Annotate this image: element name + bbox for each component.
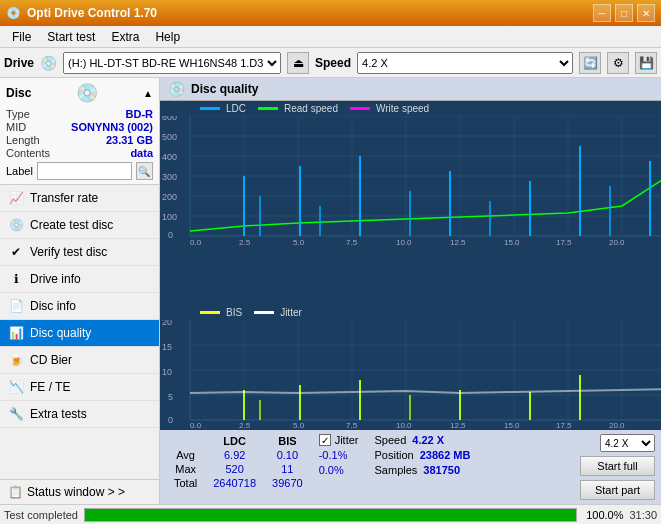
- svg-text:17.5: 17.5: [556, 421, 572, 430]
- svg-text:12.5: 12.5: [450, 238, 466, 246]
- svg-text:2.5: 2.5: [239, 238, 251, 246]
- disc-section-label: Disc: [6, 86, 31, 100]
- settings-button[interactable]: ⚙: [607, 52, 629, 74]
- status-window-icon: 📋: [8, 485, 23, 499]
- start-part-button[interactable]: Start part: [580, 480, 655, 500]
- bottom-legend: BIS Jitter: [160, 305, 661, 320]
- svg-text:0.0: 0.0: [190, 421, 202, 430]
- progress-track: [84, 508, 577, 522]
- menu-start-test[interactable]: Start test: [39, 28, 103, 46]
- disc-length-row: Length 23.31 GB: [6, 134, 153, 146]
- sidebar-item-fe-te[interactable]: 📉 FE / TE: [0, 374, 159, 401]
- start-full-button[interactable]: Start full: [580, 456, 655, 476]
- drive-icon: 💿: [40, 55, 57, 71]
- drive-label: Drive: [4, 56, 34, 70]
- bottom-chart-svg: 20 15 10 5 0 10% 8% 6% 4% 2% 0.0 2.5 5.0…: [160, 320, 661, 430]
- sidebar-item-transfer-rate[interactable]: 📈 Transfer rate: [0, 185, 159, 212]
- avg-label: Avg: [166, 448, 205, 462]
- svg-text:20.0: 20.0: [609, 238, 625, 246]
- svg-text:15: 15: [162, 342, 172, 352]
- sidebar-item-create-test-disc[interactable]: 💿 Create test disc: [0, 212, 159, 239]
- minimize-button[interactable]: ─: [593, 4, 611, 22]
- disc-info-toggle[interactable]: ▲: [143, 88, 153, 99]
- svg-text:15.0: 15.0: [504, 421, 520, 430]
- svg-text:0.0: 0.0: [190, 238, 202, 246]
- sidebar-item-disc-info[interactable]: 📄 Disc info: [0, 293, 159, 320]
- svg-text:10.0: 10.0: [396, 421, 412, 430]
- disc-label-input[interactable]: [37, 162, 132, 180]
- jitter-checkbox[interactable]: ✓: [319, 434, 331, 446]
- svg-text:100: 100: [162, 212, 177, 222]
- status-window-link[interactable]: 📋 Status window > >: [0, 479, 159, 504]
- svg-text:7.5: 7.5: [346, 421, 358, 430]
- svg-text:17.5: 17.5: [556, 238, 572, 246]
- svg-text:2.5: 2.5: [239, 421, 251, 430]
- legend-read-speed: Read speed: [258, 103, 338, 114]
- action-speed-select[interactable]: 4.2 X: [600, 434, 655, 452]
- stats-panel: LDC BIS Avg 6.92 0.10 Max 520 11 Total 2…: [160, 430, 661, 504]
- legend-ldc: LDC: [200, 103, 246, 114]
- stats-table: LDC BIS Avg 6.92 0.10 Max 520 11 Total 2…: [166, 434, 311, 490]
- avg-bis: 0.10: [264, 448, 311, 462]
- max-bis: 11: [264, 462, 311, 476]
- legend-write-speed: Write speed: [350, 103, 429, 114]
- speed-label: Speed: [315, 56, 351, 70]
- nav-items: 📈 Transfer rate 💿 Create test disc ✔ Ver…: [0, 185, 159, 428]
- refresh-button[interactable]: 🔄: [579, 52, 601, 74]
- disc-info-panel: Disc 💿 ▲ Type BD-R MID SONYNN3 (002) Len…: [0, 78, 159, 185]
- svg-text:5.0: 5.0: [293, 421, 305, 430]
- disc-quality-title: Disc quality: [191, 82, 258, 96]
- svg-text:20: 20: [162, 320, 172, 327]
- speed-select[interactable]: 4.2 X: [357, 52, 573, 74]
- progress-bar-area: Test completed 100.0% 31:30: [0, 504, 661, 524]
- fe-te-icon: 📉: [8, 379, 24, 395]
- speed-position-section: Speed 4.22 X Position 23862 MB Samples 3…: [375, 434, 471, 476]
- window-controls[interactable]: ─ □ ✕: [593, 4, 655, 22]
- svg-text:10: 10: [162, 367, 172, 377]
- titlebar: 💿 Opti Drive Control 1.70 ─ □ ✕: [0, 0, 661, 26]
- progress-label: Test completed: [4, 509, 78, 521]
- disc-image-icon: 💿: [76, 82, 98, 104]
- sidebar-item-cd-bier[interactable]: 🍺 CD Bier: [0, 347, 159, 374]
- svg-text:15.0: 15.0: [504, 238, 520, 246]
- verify-disc-icon: ✔: [8, 244, 24, 260]
- speed-stat-label: Speed: [375, 434, 407, 446]
- total-label: Total: [166, 476, 205, 490]
- action-buttons: 4.2 X Start full Start part: [580, 434, 655, 500]
- transfer-rate-icon: 📈: [8, 190, 24, 206]
- close-button[interactable]: ✕: [637, 4, 655, 22]
- sidebar-item-drive-info[interactable]: ℹ Drive info: [0, 266, 159, 293]
- disc-mid-row: MID SONYNN3 (002): [6, 121, 153, 133]
- menubar: File Start test Extra Help: [0, 26, 661, 48]
- extra-tests-icon: 🔧: [8, 406, 24, 422]
- legend-bis: BIS: [200, 307, 242, 318]
- save-button[interactable]: 💾: [635, 52, 657, 74]
- eject-button[interactable]: ⏏: [287, 52, 309, 74]
- svg-text:7.5: 7.5: [346, 238, 358, 246]
- svg-text:200: 200: [162, 192, 177, 202]
- svg-text:0: 0: [168, 415, 173, 425]
- disc-quality-header-icon: 💿: [168, 81, 185, 97]
- disc-quality-icon: 📊: [8, 325, 24, 341]
- disc-contents-row: Contents data: [6, 147, 153, 159]
- speed-stat-val: 4.22 X: [412, 434, 444, 446]
- disc-label-browse-button[interactable]: 🔍: [136, 162, 153, 180]
- menu-help[interactable]: Help: [147, 28, 188, 46]
- sidebar-item-disc-quality[interactable]: 📊 Disc quality: [0, 320, 159, 347]
- top-chart-area: LDC Read speed Write speed: [160, 101, 661, 305]
- svg-text:5.0: 5.0: [293, 238, 305, 246]
- top-chart-svg: 600 500 400 300 200 100 0 18X 16X 14X 12…: [160, 116, 661, 246]
- disc-quality-header: 💿 Disc quality: [160, 78, 661, 101]
- drive-select[interactable]: (H:) HL-DT-ST BD-RE WH16NS48 1.D3: [63, 52, 281, 74]
- avg-ldc: 6.92: [205, 448, 264, 462]
- maximize-button[interactable]: □: [615, 4, 633, 22]
- total-bis: 39670: [264, 476, 311, 490]
- legend-jitter: Jitter: [254, 307, 302, 318]
- sidebar-item-verify-test-disc[interactable]: ✔ Verify test disc: [0, 239, 159, 266]
- sidebar-item-extra-tests[interactable]: 🔧 Extra tests: [0, 401, 159, 428]
- svg-text:10.0: 10.0: [396, 238, 412, 246]
- menu-file[interactable]: File: [4, 28, 39, 46]
- sidebar: Disc 💿 ▲ Type BD-R MID SONYNN3 (002) Len…: [0, 78, 160, 504]
- app-icon: 💿: [6, 6, 21, 20]
- menu-extra[interactable]: Extra: [103, 28, 147, 46]
